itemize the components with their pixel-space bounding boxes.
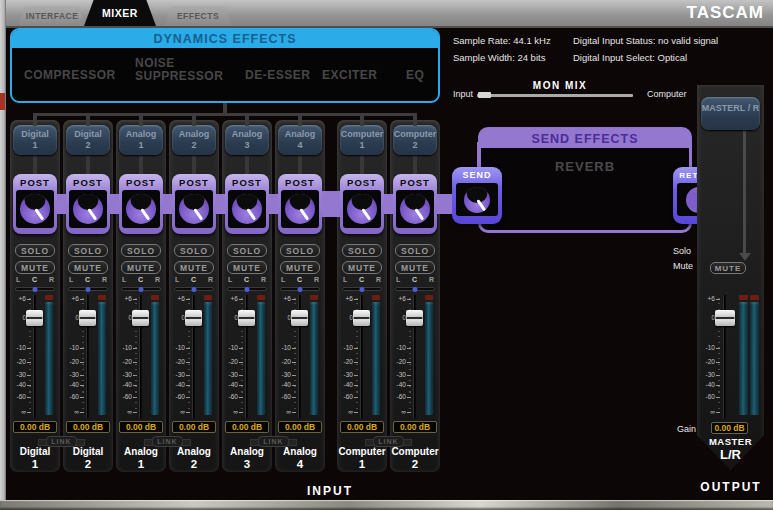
pan-slider[interactable] — [174, 287, 214, 291]
fader-handle[interactable] — [79, 310, 96, 326]
pan-dot[interactable] — [245, 287, 250, 292]
pan-dot[interactable] — [413, 287, 418, 292]
solo-button[interactable]: SOLO — [342, 244, 382, 257]
post-button[interactable]: POST — [340, 174, 384, 190]
channel-source-button[interactable]: Digital2 — [66, 125, 110, 155]
channel-source-button[interactable]: Digital1 — [13, 125, 57, 155]
mon-mix-slider[interactable] — [477, 94, 633, 97]
channel-gain-knob[interactable] — [20, 194, 50, 224]
dynamics-effects-title: DYNAMICS EFFECTS — [12, 30, 438, 48]
pan-slider[interactable] — [227, 287, 267, 291]
link-button[interactable]: LINK — [46, 436, 77, 447]
pan-dot[interactable] — [33, 287, 38, 292]
tab-mixer[interactable]: MIXER — [84, 0, 156, 26]
post-button[interactable]: POST — [119, 174, 163, 190]
slot-noise-suppressor[interactable]: NOISE SUPPRESSOR — [135, 57, 223, 83]
slot-reverb[interactable]: REVERB — [481, 159, 689, 174]
fader-handle[interactable] — [291, 310, 308, 326]
pan-dot[interactable] — [298, 287, 303, 292]
slot-eq[interactable]: EQ — [406, 69, 424, 82]
scale-label: -40 — [337, 381, 353, 389]
slot-compressor[interactable]: COMPRESSOR — [24, 69, 116, 82]
pan-slider[interactable] — [342, 287, 382, 291]
master-fader-handle[interactable] — [715, 310, 735, 326]
channel-source-button[interactable]: Analog1 — [119, 125, 163, 155]
mute-button[interactable]: MUTE — [121, 261, 161, 274]
channel-gain-knob[interactable] — [179, 194, 209, 224]
link-button[interactable]: LINK — [152, 436, 183, 447]
channel-name: Digital1 — [10, 446, 60, 470]
pan-dot[interactable] — [86, 287, 91, 292]
master-bus-arrow — [739, 253, 751, 261]
send-knob[interactable] — [464, 187, 490, 213]
fader-handle[interactable] — [132, 310, 149, 326]
pan-dot[interactable] — [360, 287, 365, 292]
slot-de-esser[interactable]: DE-ESSER — [245, 69, 310, 82]
mute-button[interactable]: MUTE — [227, 261, 267, 274]
pan-slider[interactable] — [121, 287, 161, 291]
send-button[interactable]: SEND — [452, 167, 502, 183]
scale-label: -40 — [390, 381, 406, 389]
link-button[interactable]: LINK — [373, 436, 404, 447]
mon-mix-handle[interactable] — [478, 92, 491, 98]
mute-button[interactable]: MUTE — [15, 261, 55, 274]
channel-strip: Digital2 POST SOLO MUTE LCR +60-10-20-30… — [63, 120, 113, 472]
post-button[interactable]: POST — [13, 174, 57, 190]
scale-label: +6 — [222, 295, 238, 303]
master-source-button[interactable]: MASTERL / R — [701, 97, 760, 130]
post-button[interactable]: POST — [278, 174, 322, 190]
pan-slider[interactable] — [15, 287, 55, 291]
pan-slider[interactable] — [280, 287, 320, 291]
pan-dot[interactable] — [192, 287, 197, 292]
fader-handle[interactable] — [406, 310, 423, 326]
post-button[interactable]: POST — [393, 174, 437, 190]
input-section-label: INPUT — [290, 484, 370, 498]
channel-source-button[interactable]: Computer2 — [393, 125, 437, 155]
fader-handle[interactable] — [238, 310, 255, 326]
solo-button[interactable]: SOLO — [15, 244, 55, 257]
link-button[interactable]: LINK — [258, 436, 289, 447]
fader-handle[interactable] — [185, 310, 202, 326]
mute-button[interactable]: MUTE — [68, 261, 108, 274]
window-left-edge — [0, 0, 6, 510]
channel-source-button[interactable]: Analog2 — [172, 125, 216, 155]
solo-button[interactable]: SOLO — [121, 244, 161, 257]
solo-button[interactable]: SOLO — [227, 244, 267, 257]
channel-gain-readout: 0.00 dB — [225, 421, 269, 433]
scale-label: ∞ — [337, 408, 353, 416]
signal-connector — [384, 194, 393, 214]
pan-labels: LCR — [225, 276, 269, 283]
master-mute-button[interactable]: MUTE — [710, 262, 746, 274]
solo-button[interactable]: SOLO — [174, 244, 214, 257]
channel-gain-knob[interactable] — [232, 194, 262, 224]
post-button[interactable]: POST — [225, 174, 269, 190]
channel-gain-knob[interactable] — [400, 194, 430, 224]
mute-button[interactable]: MUTE — [280, 261, 320, 274]
tab-interface[interactable]: INTERFACE — [18, 6, 86, 26]
tab-effects[interactable]: EFFECTS — [164, 6, 232, 26]
post-button[interactable]: POST — [66, 174, 110, 190]
solo-button[interactable]: SOLO — [68, 244, 108, 257]
mute-button[interactable]: MUTE — [395, 261, 435, 274]
slot-exciter[interactable]: EXCITER — [322, 69, 378, 82]
fader-handle[interactable] — [353, 310, 370, 326]
master-mute-label: Mute — [673, 261, 693, 271]
pan-slider[interactable] — [395, 287, 435, 291]
mute-button[interactable]: MUTE — [174, 261, 214, 274]
channel-gain-knob[interactable] — [73, 194, 103, 224]
channel-gain-knob[interactable] — [126, 194, 156, 224]
post-button[interactable]: POST — [172, 174, 216, 190]
solo-button[interactable]: SOLO — [280, 244, 320, 257]
channel-source-button[interactable]: Computer1 — [340, 125, 384, 155]
mute-button[interactable]: MUTE — [342, 261, 382, 274]
channel-source-button[interactable]: Analog3 — [225, 125, 269, 155]
channel-gain-knob[interactable] — [285, 194, 315, 224]
pan-dot[interactable] — [139, 287, 144, 292]
channel-source-button[interactable]: Analog4 — [278, 125, 322, 155]
channel-gain-knob[interactable] — [347, 194, 377, 224]
pan-slider[interactable] — [68, 287, 108, 291]
scale-label: ∞ — [275, 408, 291, 416]
fader-handle[interactable] — [26, 310, 43, 326]
scale-label: 0 — [275, 314, 291, 322]
solo-button[interactable]: SOLO — [395, 244, 435, 257]
